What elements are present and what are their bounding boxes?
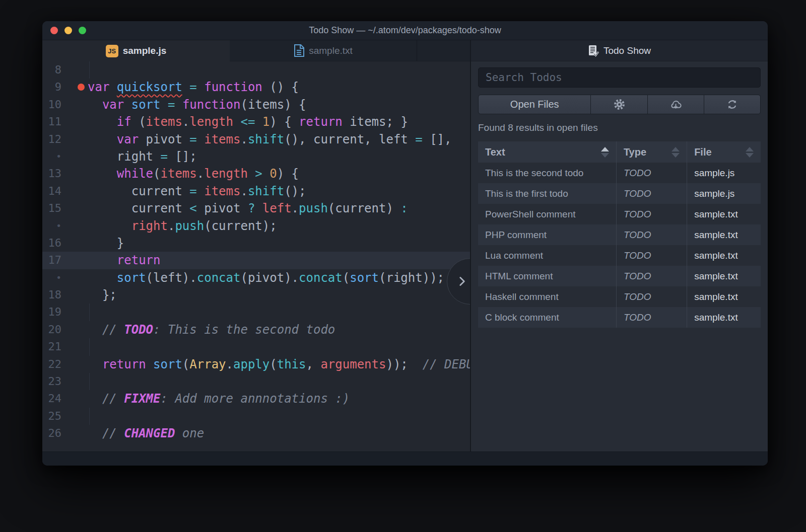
- code-editor[interactable]: 89var quicksort = function () {10 var so…: [42, 61, 470, 451]
- table-row[interactable]: HTML commentTODOsample.txt: [478, 266, 761, 286]
- indent-guide: [89, 61, 90, 79]
- gutter: 11: [42, 113, 87, 130]
- column-label: Type: [624, 146, 646, 158]
- indent-guide: [89, 303, 90, 321]
- code-text: return: [87, 252, 161, 269]
- wrap-marker: •: [42, 217, 61, 235]
- code-line[interactable]: 23: [42, 373, 470, 390]
- todo-text-cell: PowerShell comment: [478, 204, 617, 224]
- results-status: Found 8 results in open files: [478, 122, 761, 133]
- tab-sample-js[interactable]: JS sample.js: [42, 40, 230, 61]
- refresh-button[interactable]: [704, 95, 761, 114]
- code-line[interactable]: 9var quicksort = function () {: [42, 79, 470, 96]
- chevron-right-icon: [455, 275, 468, 288]
- todo-text-cell: C block comment: [478, 307, 617, 328]
- table-row[interactable]: This is the second todoTODOsample.js: [478, 163, 761, 183]
- panel-header: Todo Show: [471, 40, 768, 61]
- tab-bar: JS sample.js sample.txt: [42, 40, 470, 61]
- gutter: 12: [42, 131, 87, 148]
- code-line[interactable]: 17 return: [42, 252, 470, 269]
- code-line[interactable]: 16 }: [42, 235, 470, 252]
- table-row[interactable]: Lua commentTODOsample.txt: [478, 245, 761, 266]
- code-line[interactable]: • right = [];: [42, 148, 470, 165]
- todo-file-cell: sample.txt: [687, 245, 761, 266]
- code-line[interactable]: 14 current = items.shift();: [42, 183, 470, 200]
- panel-title: Todo Show: [603, 45, 651, 56]
- code-line[interactable]: 12 var pivot = items.shift(), current, l…: [42, 131, 470, 148]
- code-text: if (items.length <= 1) { return items; }: [87, 113, 408, 130]
- sort-arrows-icon: [671, 147, 680, 158]
- code-line[interactable]: 19: [42, 303, 470, 321]
- code-line[interactable]: • right.push(current);: [42, 217, 470, 235]
- gutter: 25: [42, 408, 87, 425]
- table-row[interactable]: Haskell commentTODOsample.txt: [478, 286, 761, 307]
- code-text: [87, 61, 90, 79]
- sort-arrows-icon: [746, 147, 754, 158]
- line-number: 15: [42, 200, 61, 217]
- table-row[interactable]: PowerShell commentTODOsample.txt: [478, 204, 761, 224]
- line-number: 13: [42, 165, 61, 182]
- gutter: 9: [42, 79, 87, 96]
- tab-label: sample.txt: [309, 45, 353, 56]
- gutter: 15: [42, 200, 87, 217]
- code-line[interactable]: • sort(left).concat(pivot).concat(sort(r…: [42, 269, 470, 286]
- line-number: 10: [42, 96, 61, 113]
- code-line[interactable]: 24 // FIXME: Add more annnotations :): [42, 390, 470, 407]
- gutter: 22: [42, 356, 87, 373]
- code-line[interactable]: 25: [42, 408, 470, 425]
- todo-text-cell: Haskell comment: [478, 286, 617, 307]
- column-header-file[interactable]: File: [687, 141, 761, 163]
- line-number: 16: [42, 235, 61, 252]
- settings-button[interactable]: [591, 95, 647, 114]
- search-input[interactable]: [478, 67, 761, 88]
- code-text: while(items.length > 0) {: [87, 165, 299, 182]
- line-number: 12: [42, 131, 61, 148]
- line-number: 9: [42, 79, 61, 96]
- gutter: 8: [42, 61, 87, 79]
- window-footer: [42, 451, 768, 466]
- tab-sample-txt[interactable]: sample.txt: [230, 40, 417, 61]
- code-line[interactable]: 21: [42, 338, 470, 355]
- table-row[interactable]: This is the first todoTODOsample.js: [478, 183, 761, 204]
- gutter: 13: [42, 165, 87, 182]
- code-line[interactable]: 10 var sort = function(items) {: [42, 96, 470, 113]
- export-button[interactable]: [648, 95, 704, 114]
- code-line[interactable]: 11 if (items.length <= 1) { return items…: [42, 113, 470, 130]
- panel-collapse-button[interactable]: [447, 258, 470, 305]
- code-line[interactable]: 20 // TODO: This is the second todo: [42, 321, 470, 338]
- line-number: 14: [42, 183, 61, 200]
- tab-label: sample.js: [123, 45, 167, 56]
- code-text: right.push(current);: [87, 217, 277, 235]
- table-row[interactable]: C block commentTODOsample.txt: [478, 307, 761, 328]
- code-line[interactable]: 13 while(items.length > 0) {: [42, 165, 470, 182]
- gutter: 24: [42, 390, 87, 407]
- gutter: 14: [42, 183, 87, 200]
- todo-text-cell: This is the first todo: [478, 183, 617, 204]
- code-line[interactable]: 8: [42, 61, 470, 79]
- code-line[interactable]: 26 // CHANGED one: [42, 425, 470, 442]
- indent-guide: [89, 408, 90, 425]
- table-header-row: TextTypeFile: [478, 141, 761, 163]
- line-number: 8: [42, 61, 61, 79]
- todo-marker-dot: [78, 84, 85, 91]
- gear-icon: [613, 98, 626, 111]
- code-text: var quicksort = function () {: [87, 79, 299, 96]
- line-number: 18: [42, 286, 61, 303]
- todo-file-cell: sample.js: [687, 163, 761, 183]
- table-row[interactable]: PHP commentTODOsample.txt: [478, 224, 761, 245]
- code-text: var pivot = items.shift(), current, left…: [87, 131, 452, 148]
- code-line[interactable]: 22 return sort(Array.apply(this, argumen…: [42, 356, 470, 373]
- editor-pane: JS sample.js sample.txt 89var quickso: [42, 40, 470, 451]
- wrap-marker: •: [42, 269, 61, 286]
- todo-type-cell: TODO: [617, 224, 687, 245]
- column-header-text[interactable]: Text: [478, 141, 617, 163]
- code-line[interactable]: 18 };: [42, 286, 470, 303]
- column-header-type[interactable]: Type: [617, 141, 687, 163]
- todo-file-cell: sample.js: [687, 183, 761, 204]
- code-line[interactable]: 15 current < pivot ? left.push(current) …: [42, 200, 470, 217]
- todo-text-cell: HTML comment: [478, 266, 617, 286]
- code-text: [87, 303, 90, 321]
- todo-file-cell: sample.txt: [687, 307, 761, 328]
- open-files-button[interactable]: Open Files: [478, 95, 591, 114]
- app-window: Todo Show — ~/.atom/dev/packages/todo-sh…: [42, 21, 768, 466]
